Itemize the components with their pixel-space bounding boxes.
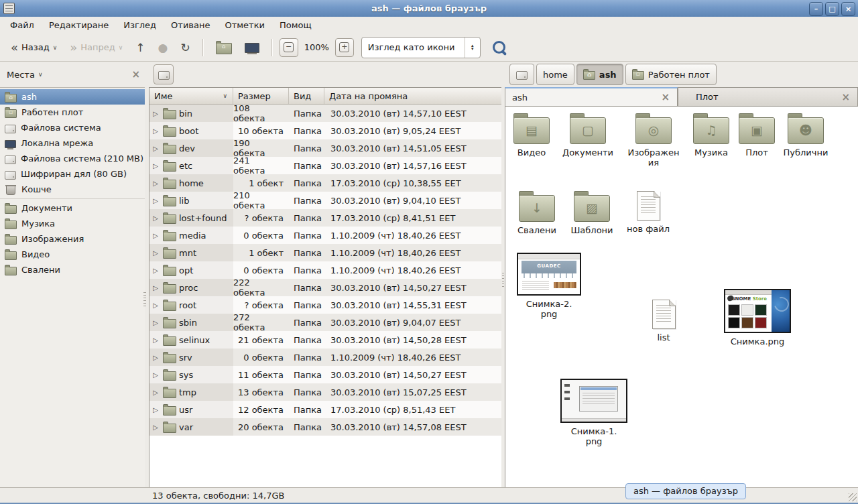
expander-icon[interactable]: ▷ bbox=[151, 319, 160, 326]
table-row-media[interactable]: ▷media0 обектаПапка1.10.2009 (чт) 18,40,… bbox=[149, 227, 501, 244]
sidebar-item-volume-210mb[interactable]: Файлова система (210 MB) bbox=[0, 151, 145, 166]
expander-icon[interactable]: ▷ bbox=[151, 110, 160, 117]
icon-item-list[interactable]: list bbox=[635, 297, 692, 342]
sidebar-title[interactable]: Места bbox=[7, 70, 35, 80]
tab-plot[interactable]: Плот × bbox=[678, 87, 858, 106]
menu-help[interactable]: Помощ bbox=[272, 17, 319, 34]
minimize-button[interactable]: – bbox=[809, 2, 823, 16]
icon-item-templates[interactable]: ▨ Шаблони bbox=[564, 190, 620, 235]
column-header-type[interactable]: Вид bbox=[289, 88, 324, 104]
sidebar-dropdown-icon[interactable]: ∨ bbox=[38, 71, 43, 78]
table-row-srv[interactable]: ▷srv0 обектаПапка1.10.2009 (чт) 18,40,26… bbox=[149, 349, 501, 366]
icon-item-downloads[interactable]: ↓ Свалени bbox=[509, 190, 565, 235]
sidebar-resize-grip[interactable] bbox=[143, 292, 146, 307]
table-row-sys[interactable]: ▷sys11 обектаПапка30.03.2010 (вт) 14,50,… bbox=[149, 366, 501, 383]
icon-item-pictures[interactable]: ◎ Изображен ия bbox=[625, 112, 682, 168]
table-row-lost-found[interactable]: ▷lost+found? обектаПапка17.03.2010 (ср) … bbox=[149, 209, 501, 227]
table-row-sbin[interactable]: ▷sbin272 обектаПапка30.03.2010 (вт) 9,04… bbox=[149, 314, 501, 331]
close-button[interactable]: × bbox=[841, 2, 855, 16]
icon-view[interactable]: ▤ Видео ▢ Документи ◎ Изображен ия ♫ Муз… bbox=[505, 106, 858, 488]
expander-icon[interactable]: ▷ bbox=[151, 162, 160, 170]
tab-ash[interactable]: ash × bbox=[505, 87, 678, 106]
sidebar-item-desktop[interactable]: Работен плот bbox=[0, 105, 145, 120]
menu-view[interactable]: Изглед bbox=[116, 17, 164, 34]
menu-file[interactable]: Файл bbox=[3, 17, 42, 34]
icon-item-desktop[interactable]: ▣ Плот bbox=[729, 112, 785, 158]
sidebar-item-network[interactable]: Локална мрежа bbox=[0, 135, 145, 151]
path-button-desktop[interactable]: Работен плот bbox=[625, 64, 717, 85]
expander-icon[interactable]: ▷ bbox=[151, 284, 160, 292]
expander-icon[interactable]: ▷ bbox=[151, 354, 160, 361]
expander-icon[interactable]: ▷ bbox=[151, 232, 160, 239]
expander-icon[interactable]: ▷ bbox=[151, 214, 160, 222]
icon-item-public[interactable]: ☻ Публични bbox=[778, 112, 834, 158]
sidebar-close-icon[interactable]: × bbox=[131, 68, 140, 80]
menu-go[interactable]: Отиване bbox=[164, 17, 217, 34]
table-row-selinux[interactable]: ▷selinux21 обектаПапка30.03.2010 (вт) 14… bbox=[149, 331, 501, 349]
icon-item-video[interactable]: ▤ Видео bbox=[505, 112, 560, 158]
table-row-bin[interactable]: ▷bin108 обектаПапка30.03.2010 (вт) 14,57… bbox=[149, 105, 501, 122]
computer-button[interactable] bbox=[239, 38, 265, 56]
table-row-tmp[interactable]: ▷tmp13 обектаПапка30.03.2010 (вт) 15,07,… bbox=[149, 383, 501, 401]
table-row-opt[interactable]: ▷opt0 обектаПапка1.10.2009 (чт) 18,40,26… bbox=[149, 261, 501, 279]
back-button[interactable]: « Назад ∨ bbox=[5, 38, 62, 57]
resize-grip-icon[interactable] bbox=[849, 493, 857, 501]
icon-item-new-file[interactable]: нов файл bbox=[620, 188, 676, 234]
expander-icon[interactable]: ▷ bbox=[151, 145, 160, 152]
icon-item-snimka-1[interactable]: Снимка-1. png bbox=[559, 379, 629, 446]
forward-dropdown-icon[interactable]: ∨ bbox=[119, 44, 123, 51]
expander-icon[interactable]: ▷ bbox=[151, 249, 160, 257]
root-location-button[interactable] bbox=[154, 64, 174, 84]
sidebar-item-music[interactable]: Музика bbox=[0, 216, 145, 231]
up-button[interactable]: ↑ bbox=[130, 38, 150, 57]
forward-button[interactable]: » Напред ∨ bbox=[64, 38, 128, 57]
view-mode-select[interactable]: Изглед като икони ▴ ▾ bbox=[361, 37, 481, 58]
sidebar-item-trash[interactable]: Кошче bbox=[0, 182, 145, 197]
table-row-dev[interactable]: ▷dev190 обектаПапка30.03.2010 (вт) 14,51… bbox=[149, 139, 501, 157]
stop-button[interactable]: ● bbox=[153, 38, 174, 57]
column-header-name[interactable]: Име ∨ bbox=[149, 88, 233, 104]
tab-close-icon[interactable]: × bbox=[839, 91, 852, 103]
menu-bookmarks[interactable]: Отметки bbox=[217, 17, 271, 34]
zoom-out-button[interactable]: − bbox=[280, 38, 298, 57]
table-row-root[interactable]: ▷root? обектаПапка30.03.2010 (вт) 14,55,… bbox=[149, 296, 501, 314]
home-button[interactable] bbox=[210, 38, 237, 58]
expander-icon[interactable]: ▷ bbox=[151, 197, 160, 204]
expander-icon[interactable]: ▷ bbox=[151, 336, 160, 344]
search-button[interactable] bbox=[488, 37, 511, 58]
path-button-root[interactable] bbox=[509, 64, 534, 85]
expander-icon[interactable]: ▷ bbox=[151, 180, 160, 187]
sidebar-item-downloads[interactable]: Свалени bbox=[0, 262, 145, 277]
back-dropdown-icon[interactable]: ∨ bbox=[53, 44, 58, 51]
expander-icon[interactable]: ▷ bbox=[151, 389, 160, 396]
expander-icon[interactable]: ▷ bbox=[151, 406, 160, 414]
path-button-ash[interactable]: ash bbox=[576, 64, 623, 85]
sidebar-item-encrypted-80gb[interactable]: Шифриран дял (80 GB) bbox=[0, 166, 145, 182]
icon-item-snimka[interactable]: GNOME Store Снимка.png bbox=[723, 289, 792, 346]
tab-close-icon[interactable]: × bbox=[659, 91, 672, 103]
sidebar-item-pictures[interactable]: Изображения bbox=[0, 231, 145, 247]
icon-item-snimka-2[interactable]: Снимка-2. png bbox=[514, 253, 584, 319]
table-row-home[interactable]: ▷home1 обектПапка17.03.2010 (ср) 10,38,5… bbox=[149, 174, 501, 192]
table-row-lib[interactable]: ▷lib210 обектаПапка30.03.2010 (вт) 9,04,… bbox=[149, 192, 501, 209]
icon-item-documents[interactable]: ▢ Документи bbox=[560, 112, 616, 158]
table-row-boot[interactable]: ▷boot10 обектаПапка30.03.2010 (вт) 9,05,… bbox=[149, 122, 501, 139]
path-button-home[interactable]: home bbox=[536, 64, 574, 85]
table-row-mnt[interactable]: ▷mnt1 обектПапка1.10.2009 (чт) 18,40,26 … bbox=[149, 244, 501, 261]
titlebar[interactable]: ash — файлов браузър – □ × bbox=[0, 0, 858, 17]
table-row-var[interactable]: ▷var20 обектаПапка30.03.2010 (вт) 14,57,… bbox=[149, 418, 501, 436]
table-row-usr[interactable]: ▷usr12 обектаПапка17.03.2010 (ср) 8,51,4… bbox=[149, 401, 501, 418]
column-header-size[interactable]: Размер bbox=[233, 88, 289, 104]
expander-icon[interactable]: ▷ bbox=[151, 302, 160, 309]
reload-button[interactable]: ↻ bbox=[175, 38, 195, 57]
maximize-button[interactable]: □ bbox=[825, 2, 839, 16]
combo-spinner-icon[interactable]: ▴ ▾ bbox=[465, 38, 480, 58]
menu-edit[interactable]: Редактиране bbox=[42, 17, 116, 34]
sidebar-item-filesystem[interactable]: Файлова система bbox=[0, 120, 145, 135]
expander-icon[interactable]: ▷ bbox=[151, 371, 160, 379]
sidebar-item-video[interactable]: Видео bbox=[0, 247, 145, 262]
sidebar-item-documents[interactable]: Документи bbox=[0, 200, 145, 216]
expander-icon[interactable]: ▷ bbox=[151, 267, 160, 274]
zoom-in-button[interactable]: + bbox=[335, 38, 354, 57]
sidebar-item-home[interactable]: ash bbox=[0, 89, 145, 105]
